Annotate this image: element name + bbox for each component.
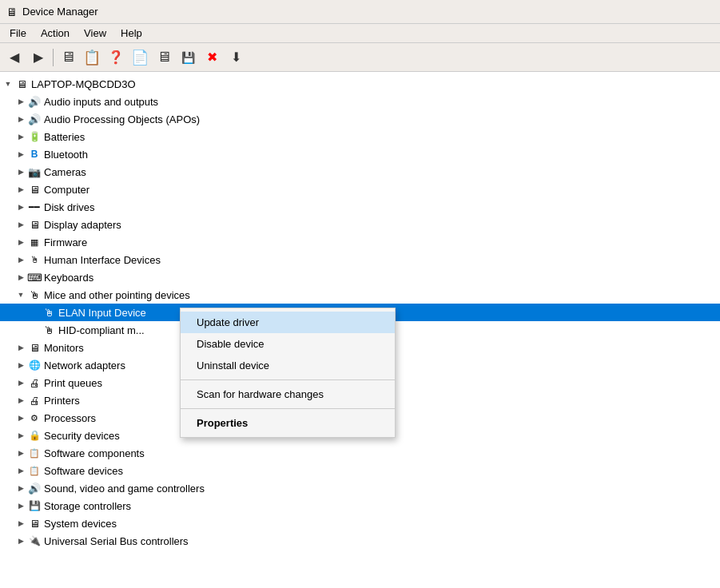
storage-toggle[interactable]: ▶ xyxy=(14,499,27,512)
title-bar: 🖥 Device Manager xyxy=(0,0,720,24)
print-queues-toggle[interactable]: ▶ xyxy=(14,376,27,389)
root-toggle[interactable]: ▼ xyxy=(2,77,14,90)
menu-file[interactable]: File xyxy=(3,26,33,41)
usb-toggle[interactable]: ▶ xyxy=(14,534,27,547)
tree-computer[interactable]: ▶ 🖥 Computer xyxy=(0,181,720,198)
monitors-label: Monitors xyxy=(44,342,84,354)
monitors-toggle[interactable]: ▶ xyxy=(14,341,27,354)
tree-mice[interactable]: ▼ 🖱 Mice and other pointing devices xyxy=(0,286,720,304)
firmware-toggle[interactable]: ▶ xyxy=(14,236,27,248)
toolbar-down[interactable]: ⬇ xyxy=(225,46,247,69)
computer-label: Computer xyxy=(44,184,90,196)
tree-audio-processing[interactable]: ▶ 🔊 Audio Processing Objects (APOs) xyxy=(0,110,720,128)
hid-mouse-toggle xyxy=(29,324,42,336)
mice-icon: 🖱 xyxy=(27,288,42,302)
monitors-icon: 🖥 xyxy=(27,340,42,355)
tree-display-adapters[interactable]: ▶ 🖥 Display adapters xyxy=(0,216,720,233)
ctx-properties[interactable]: Properties xyxy=(181,412,395,434)
keyboards-icon: ⌨ xyxy=(27,270,42,284)
tree-keyboards[interactable]: ▶ ⌨ Keyboards xyxy=(0,268,720,286)
batteries-label: Batteries xyxy=(44,131,85,143)
tree-software-components[interactable]: ▶ 📋 Software components xyxy=(0,444,720,462)
tree-firmware[interactable]: ▶ ▦ Firmware xyxy=(0,233,720,251)
toolbar-monitor[interactable]: 🖥 xyxy=(153,46,175,69)
disk-drives-toggle[interactable]: ▶ xyxy=(14,201,27,213)
print-queues-label: Print queues xyxy=(44,377,102,389)
storage-label: Storage controllers xyxy=(44,500,131,512)
tree-audio-inputs[interactable]: ▶ 🔊 Audio inputs and outputs xyxy=(0,93,720,110)
tree-root[interactable]: ▼ 🖥 LAPTOP-MQBCDD3O xyxy=(0,75,720,93)
menu-view[interactable]: View xyxy=(78,26,113,41)
toolbar: ◀ ▶ 🖥 📋 ❓ 📄 🖥 💾 ✖ ⬇ xyxy=(0,43,720,72)
tree-usb[interactable]: ▶ 🔌 Universal Serial Bus controllers xyxy=(0,532,720,550)
toolbar-computer[interactable]: 🖥 xyxy=(57,46,79,69)
ctx-scan-hardware[interactable]: Scan for hardware changes xyxy=(181,383,395,405)
print-queues-icon: 🖨 xyxy=(27,375,42,390)
tree-software-devices[interactable]: ▶ 📋 Software devices xyxy=(0,462,720,479)
toolbar-help[interactable]: ❓ xyxy=(105,46,127,69)
tree-system-devices[interactable]: ▶ 🖥 System devices xyxy=(0,514,720,532)
toolbar-sep1 xyxy=(53,49,54,66)
security-icon: 🔒 xyxy=(27,428,42,443)
tree-hid[interactable]: ▶ 🖱 Human Interface Devices xyxy=(0,251,720,268)
toolbar-save[interactable]: 💾 xyxy=(177,46,199,69)
audio-inputs-label: Audio inputs and outputs xyxy=(44,96,158,108)
audio-inputs-toggle[interactable]: ▶ xyxy=(14,95,27,108)
audio-processing-toggle[interactable]: ▶ xyxy=(14,113,27,125)
ctx-disable-device[interactable]: Disable device xyxy=(181,333,395,355)
software-components-icon: 📋 xyxy=(27,446,42,460)
usb-label: Universal Serial Bus controllers xyxy=(44,535,189,547)
audio-processing-icon: 🔊 xyxy=(27,112,42,126)
software-components-toggle[interactable]: ▶ xyxy=(14,447,27,459)
tree-disk-drives[interactable]: ▶ ━━ Disk drives xyxy=(0,198,720,216)
software-components-label: Software components xyxy=(44,447,145,459)
tree-storage[interactable]: ▶ 💾 Storage controllers xyxy=(0,497,720,514)
cameras-toggle[interactable]: ▶ xyxy=(14,165,27,178)
menu-action[interactable]: Action xyxy=(34,26,76,41)
toolbar-forward[interactable]: ▶ xyxy=(27,46,50,69)
main-content: ▼ 🖥 LAPTOP-MQBCDD3O ▶ 🔊 Audio inputs and… xyxy=(0,72,720,588)
ctx-update-driver[interactable]: Update driver xyxy=(181,312,395,333)
toolbar-back[interactable]: ◀ xyxy=(3,46,26,69)
hid-mouse-icon: 🖱 xyxy=(42,323,56,337)
batteries-toggle[interactable]: ▶ xyxy=(14,130,27,143)
title-bar-icon: 🖥 xyxy=(6,6,18,18)
processors-label: Processors xyxy=(44,412,96,424)
tree-batteries[interactable]: ▶ 🔋 Batteries xyxy=(0,128,720,145)
printers-toggle[interactable]: ▶ xyxy=(14,394,27,407)
computer-toggle[interactable]: ▶ xyxy=(14,183,27,196)
network-toggle[interactable]: ▶ xyxy=(14,359,27,371)
elan-toggle xyxy=(29,306,42,319)
display-adapters-toggle[interactable]: ▶ xyxy=(14,218,27,231)
bluetooth-toggle[interactable]: ▶ xyxy=(14,148,27,161)
network-icon: 🌐 xyxy=(27,358,42,372)
ctx-sep2 xyxy=(181,408,395,409)
system-devices-icon: 🖥 xyxy=(27,516,42,530)
hid-toggle[interactable]: ▶ xyxy=(14,253,27,266)
tree-sound-video[interactable]: ▶ 🔊 Sound, video and game controllers xyxy=(0,479,720,497)
ctx-uninstall-device[interactable]: Uninstall device xyxy=(181,355,395,376)
printers-label: Printers xyxy=(44,395,80,407)
tree-cameras[interactable]: ▶ 📷 Cameras xyxy=(0,163,720,181)
audio-processing-label: Audio Processing Objects (APOs) xyxy=(44,113,200,125)
bluetooth-icon: B xyxy=(27,147,42,161)
software-devices-toggle[interactable]: ▶ xyxy=(14,464,27,477)
title-bar-text: Device Manager xyxy=(22,6,98,18)
toolbar-remove[interactable]: ✖ xyxy=(201,46,223,69)
tree-bluetooth[interactable]: ▶ B Bluetooth xyxy=(0,145,720,163)
network-label: Network adapters xyxy=(44,360,125,371)
system-devices-toggle[interactable]: ▶ xyxy=(14,517,27,530)
toolbar-list[interactable]: 📋 xyxy=(81,46,103,69)
mice-toggle[interactable]: ▼ xyxy=(14,288,27,301)
menu-help[interactable]: Help xyxy=(114,26,149,41)
sound-video-toggle[interactable]: ▶ xyxy=(14,482,27,495)
security-toggle[interactable]: ▶ xyxy=(14,429,27,442)
batteries-icon: 🔋 xyxy=(27,129,42,144)
processors-toggle[interactable]: ▶ xyxy=(14,411,27,424)
ctx-sep1 xyxy=(181,379,395,380)
hid-mouse-label: HID-compliant m... xyxy=(58,324,145,336)
disk-drives-icon: ━━ xyxy=(27,200,42,214)
display-adapters-label: Display adapters xyxy=(44,219,121,231)
keyboards-toggle[interactable]: ▶ xyxy=(14,271,27,284)
toolbar-doc[interactable]: 📄 xyxy=(129,46,151,69)
